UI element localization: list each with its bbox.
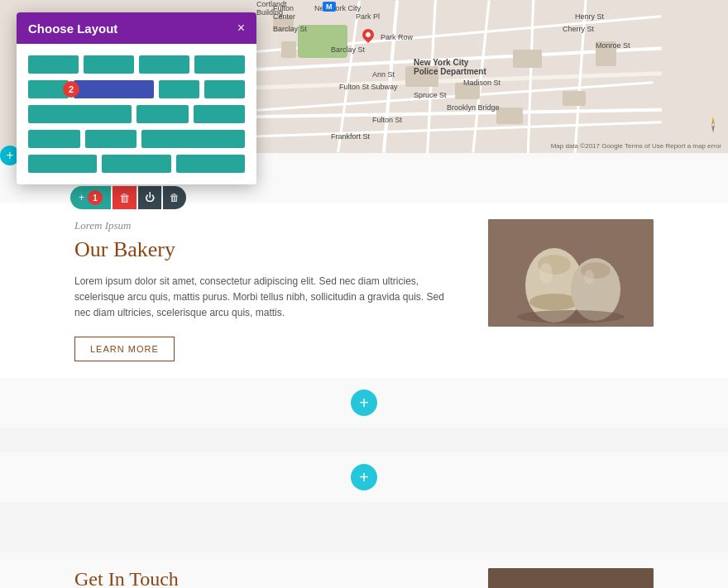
toolbar-remove-icon: 🗑 — [170, 192, 180, 203]
map-label: Frankfort St — [331, 132, 370, 141]
spacer-2 — [0, 502, 728, 552]
map-metro-badge: M — [323, 2, 336, 12]
bakery-image-inner — [488, 219, 654, 327]
row-badge: 2 — [63, 81, 79, 98]
layout-cell[interactable] — [159, 80, 199, 98]
map-label: Ann St — [372, 70, 395, 79]
toolbar-power-icon: ⏻ — [145, 192, 155, 203]
add-section-button-2[interactable]: + — [351, 464, 377, 490]
map-label: Fulton St Subway — [339, 83, 398, 91]
layout-row-3 — [28, 105, 245, 123]
map-label: Cherry St — [563, 25, 594, 33]
modal-close-button[interactable]: × — [237, 21, 245, 36]
bakery-image-svg — [488, 219, 654, 327]
layout-cell[interactable] — [139, 55, 189, 74]
plus-icon: + — [6, 149, 13, 162]
modal-title: Choose Layout — [28, 22, 117, 36]
bakery-image — [488, 219, 654, 327]
toolbar-trash-icon: 🗑 — [119, 192, 130, 204]
map-label: Brooklyn Bridge — [447, 103, 500, 112]
map-block — [513, 50, 542, 68]
bakery-text-block: Lorem Ipsum Our Bakery Lorem ipsum dolor… — [74, 219, 455, 361]
map-block — [563, 91, 586, 106]
plus-icon: + — [359, 469, 369, 485]
contact-title: Get In Touch — [74, 568, 455, 588]
map-label: New York CityPolice Department — [414, 58, 486, 76]
map-block — [496, 108, 523, 124]
bakery-section: Lorem Ipsum Our Bakery Lorem ipsum dolor… — [0, 203, 728, 378]
spacer-1 — [0, 428, 728, 452]
layout-cell[interactable] — [141, 130, 245, 148]
layout-cell[interactable] — [204, 80, 245, 98]
map-road — [337, 1, 361, 153]
contact-image — [488, 568, 654, 588]
bakery-body: Lorem ipsum dolor sit amet, consectetur … — [74, 274, 455, 322]
svg-point-11 — [584, 270, 594, 284]
layout-cell[interactable] — [28, 105, 132, 123]
map-label: Barclay St — [331, 45, 365, 54]
layout-cell-selected[interactable] — [74, 80, 155, 98]
plus-icon: + — [359, 394, 369, 411]
map-road — [472, 0, 490, 152]
layout-cell[interactable] — [28, 155, 97, 173]
svg-marker-0 — [711, 117, 715, 125]
main-content: Lorem Ipsum Our Bakery Lorem ipsum dolor… — [0, 153, 728, 588]
map-label: Monroe St — [596, 41, 630, 50]
contact-section: Get In Touch Name ⊞ Email — [0, 552, 728, 588]
bakery-label: Lorem Ipsum — [74, 219, 455, 232]
map-label: Park Pl — [356, 12, 380, 21]
svg-point-9 — [517, 310, 625, 323]
layout-cell[interactable] — [176, 155, 245, 173]
toolbar-add-button[interactable]: + 1 — [70, 186, 111, 209]
layout-row-2: 2 — [28, 80, 245, 98]
map-watermark: Map data ©2017 Google Terms of Use Repor… — [551, 142, 721, 150]
map-label: Barclay St — [273, 25, 307, 33]
toolbar-remove-button[interactable]: 🗑 — [163, 186, 186, 209]
layout-cell[interactable] — [102, 155, 170, 173]
svg-rect-13 — [488, 568, 654, 588]
map-road — [248, 121, 662, 137]
learn-more-button[interactable]: LEARN MORE — [74, 337, 175, 361]
layout-row-4 — [28, 130, 245, 148]
add-row-1: + — [0, 378, 728, 428]
map-label: Fulton St — [372, 116, 402, 124]
layout-cell[interactable] — [28, 55, 79, 74]
modal-header: Choose Layout × — [17, 12, 256, 44]
layout-cell[interactable] — [28, 130, 80, 148]
contact-text-block: Get In Touch Name ⊞ Email — [74, 568, 455, 588]
choose-layout-modal: Choose Layout × 2 — [17, 12, 256, 184]
contact-image-svg — [488, 568, 654, 588]
bakery-title: Our Bakery — [74, 237, 455, 262]
map-label: Park Row — [381, 33, 413, 41]
add-row-2: + — [0, 452, 728, 502]
layout-cell[interactable] — [194, 55, 245, 74]
layout-cell[interactable] — [136, 105, 189, 123]
toolbar-power-button[interactable]: ⏻ — [138, 186, 161, 209]
layout-row-5 — [28, 155, 245, 173]
layout-cell[interactable] — [84, 55, 134, 74]
modal-body: 2 — [17, 44, 256, 184]
map-compass — [708, 117, 718, 133]
map-label: Madison St — [463, 79, 500, 87]
map-label: New York City — [314, 4, 361, 12]
add-section-button-1[interactable]: + — [351, 390, 377, 416]
map-label: Spruce St — [414, 91, 447, 99]
map-block — [281, 41, 296, 58]
svg-marker-1 — [711, 125, 715, 133]
edit-toolbar: + 1 🗑 ⏻ 🗑 — [70, 186, 186, 209]
contact-image-inner — [488, 568, 654, 588]
layout-cell[interactable] — [194, 105, 246, 123]
svg-point-10 — [539, 263, 553, 283]
toolbar-plus-icon: + — [79, 192, 84, 203]
map-label: CortlandtBuilding — [256, 0, 287, 17]
map-label: Henry St — [575, 12, 604, 21]
toolbar-badge: 1 — [88, 190, 103, 205]
layout-cell[interactable] — [85, 130, 137, 148]
layout-grid: 2 — [28, 55, 245, 173]
layout-row-1 — [28, 55, 245, 74]
toolbar-delete-button[interactable]: 🗑 — [113, 186, 136, 209]
